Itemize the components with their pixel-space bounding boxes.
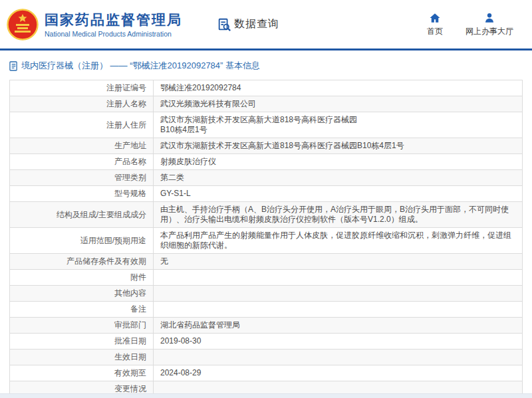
table-row: 注册人名称武汉光频激光科技有限公司 bbox=[10, 96, 523, 112]
site-subtitle: National Medical Products Administration bbox=[45, 30, 182, 38]
row-value: 本产品利用产品产生的射频能量作用于人体皮肤，促进胶原纤维收缩和沉积，刺激弹力纤维… bbox=[154, 228, 523, 254]
row-value: 由主机、手持治疗手柄（A、B治疗头分开使用，A治疗头用于眼周，B治疗头用于面部，… bbox=[154, 202, 523, 228]
table-row: 结构及组成/主要组成成分由主机、手持治疗手柄（A、B治疗头分开使用，A治疗头用于… bbox=[10, 202, 523, 228]
row-value: 无 bbox=[154, 254, 523, 270]
row-value: GY-S1-L bbox=[154, 186, 523, 202]
row-value: 武汉市东湖新技术开发区高新大道818号高科医疗器械园 B10栋4层1号 bbox=[154, 112, 523, 138]
national-emblem-icon bbox=[7, 9, 39, 41]
row-value bbox=[154, 286, 523, 302]
row-label: 适用范围/预期用途 bbox=[10, 228, 154, 254]
row-label: 备注 bbox=[10, 302, 154, 318]
row-label: 产品储存条件及有效期 bbox=[10, 254, 154, 270]
row-label: 型号规格 bbox=[10, 186, 154, 202]
table-row: 注册证编号鄂械注准20192092784 bbox=[10, 80, 523, 96]
row-label: 有效期至 bbox=[10, 365, 154, 381]
table-row: 型号规格GY-S1-L bbox=[10, 186, 523, 202]
row-label: 生效日期 bbox=[10, 349, 154, 365]
registration-info-table-body: 注册证编号鄂械注准20192092784注册人名称武汉光频激光科技有限公司注册人… bbox=[10, 80, 523, 398]
data-query-icon bbox=[217, 17, 231, 32]
table-row: 其他内容 bbox=[10, 286, 523, 302]
table-row: 备注 bbox=[10, 302, 523, 318]
table-row: 注册人住所武汉市东湖新技术开发区高新大道818号高科医疗器械园 B10栋4层1号 bbox=[10, 112, 523, 138]
footer-strip bbox=[0, 393, 532, 398]
row-label: 注册证编号 bbox=[10, 80, 154, 96]
header-nav: 首页 网上办事大厅 bbox=[427, 12, 513, 37]
registration-info-table: 注册证编号鄂械注准20192092784注册人名称武汉光频激光科技有限公司注册人… bbox=[9, 80, 523, 398]
nav-home-label: 首页 bbox=[427, 26, 443, 37]
row-label: 审批部门 bbox=[10, 318, 154, 334]
table-row: 生效日期 bbox=[10, 349, 523, 365]
row-label: 生产地址 bbox=[10, 138, 154, 154]
row-value: 鄂械注准20192092784 bbox=[154, 80, 523, 96]
site-title: 国家药品监督管理局 bbox=[45, 11, 182, 28]
row-label: 管理类别 bbox=[10, 170, 154, 186]
breadcrumb-text: 境内医疗器械（注册） —— “鄂械注准20192092784” 基本信息 bbox=[21, 60, 260, 72]
row-label: 注册人名称 bbox=[10, 96, 154, 112]
row-value: 湖北省药品监督管理局 bbox=[154, 318, 523, 334]
data-query-link[interactable]: 数据查询 bbox=[217, 17, 279, 32]
site-logo[interactable]: 国家药品监督管理局 National Medical Products Admi… bbox=[7, 9, 182, 41]
table-row: 批准日期2019-08-30 bbox=[10, 334, 523, 349]
header: 国家药品监督管理局 National Medical Products Admi… bbox=[0, 0, 532, 49]
row-value: 射频皮肤治疗仪 bbox=[154, 154, 523, 170]
site-title-block: 国家药品监督管理局 National Medical Products Admi… bbox=[45, 11, 182, 38]
row-label: 批准日期 bbox=[10, 334, 154, 349]
row-label: 结构及组成/主要组成成分 bbox=[10, 202, 154, 228]
row-value: 2024-08-29 bbox=[154, 365, 523, 381]
breadcrumb: 境内医疗器械（注册） —— “鄂械注准20192092784” 基本信息 bbox=[0, 50, 532, 78]
data-query-label: 数据查询 bbox=[234, 17, 279, 31]
table-row: 管理类别第二类 bbox=[10, 170, 523, 186]
row-value: 2019-08-30 bbox=[154, 334, 523, 349]
row-value bbox=[154, 302, 523, 318]
table-row: 产品名称射频皮肤治疗仪 bbox=[10, 154, 523, 170]
table-row: 有效期至2024-08-29 bbox=[10, 365, 523, 381]
row-label: 其他内容 bbox=[10, 286, 154, 302]
nav-service-hall-label: 网上办事大厅 bbox=[466, 26, 513, 37]
table-row: 产品储存条件及有效期无 bbox=[10, 254, 523, 270]
row-value bbox=[154, 349, 523, 365]
user-icon bbox=[483, 12, 495, 24]
row-value: 武汉光频激光科技有限公司 bbox=[154, 96, 523, 112]
row-label: 注册人住所 bbox=[10, 112, 154, 138]
row-value: 武汉市东湖新技术开发区高新大道818号高科医疗器械园B10栋4层1号 bbox=[154, 138, 523, 154]
row-value bbox=[154, 270, 523, 286]
nav-service-hall[interactable]: 网上办事大厅 bbox=[466, 12, 513, 37]
table-row: 生产地址武汉市东湖新技术开发区高新大道818号高科医疗器械园B10栋4层1号 bbox=[10, 138, 523, 154]
nav-home[interactable]: 首页 bbox=[427, 12, 443, 37]
table-row: 审批部门湖北省药品监督管理局 bbox=[10, 318, 523, 334]
table-row: 适用范围/预期用途本产品利用产品产生的射频能量作用于人体皮肤，促进胶原纤维收缩和… bbox=[10, 228, 523, 254]
row-label: 产品名称 bbox=[10, 154, 154, 170]
document-icon bbox=[9, 61, 18, 71]
row-label: 附件 bbox=[10, 270, 154, 286]
table-row: 附件 bbox=[10, 270, 523, 286]
row-value: 第二类 bbox=[154, 170, 523, 186]
home-icon bbox=[429, 12, 441, 24]
